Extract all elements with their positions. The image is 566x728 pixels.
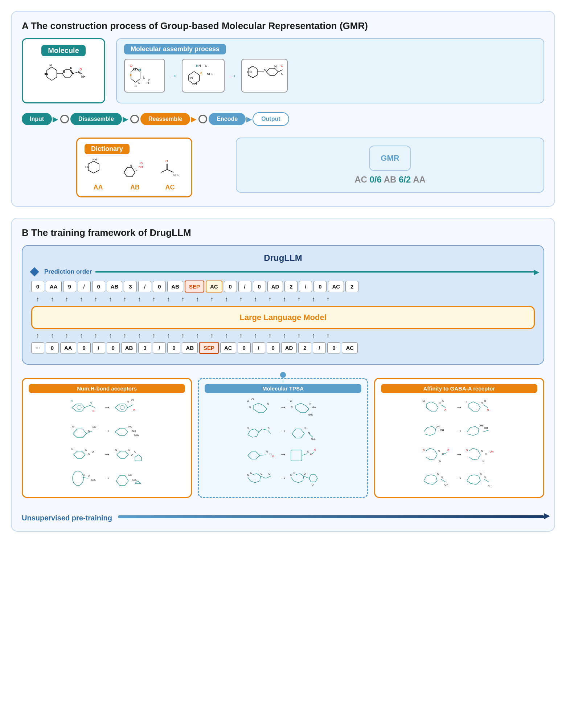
molecule-box: Molecule HN N: [22, 38, 105, 103]
up-arrow-b2: ↑: [46, 332, 59, 340]
svg-text:O: O: [79, 68, 82, 71]
tpsa-mol2a: S N: [246, 421, 277, 441]
token-tab2: AB: [167, 281, 183, 292]
gaba-arrow-2: →: [456, 427, 462, 435]
svg-line-172: [125, 481, 128, 486]
up-arrow-20: ↑: [307, 295, 320, 303]
token-bab2: AB: [182, 342, 198, 353]
pair-arrow-2: →: [104, 427, 110, 435]
svg-line-246: [250, 481, 255, 483]
token-b-dots: ···: [31, 342, 44, 353]
svg-line-14: [62, 74, 65, 78]
up-arrows-top: ↑ ↑ ↑ ↑ ↑ ↑ ↑ ↑ ↑ ↑ ↑ ↑ ↑ ↑ ↑ ↑ ↑ ↑ ↑ ↑: [31, 295, 535, 303]
token-t3: 3: [124, 281, 137, 292]
svg-line-315: [430, 459, 435, 460]
svg-text:N: N: [437, 473, 439, 475]
tpsa-mol1a: Cl Cl N N: [246, 397, 277, 417]
svg-line-302: [471, 426, 475, 428]
up-arrow-b15: ↑: [234, 332, 247, 340]
svg-line-312: [430, 448, 435, 450]
svg-line-114: [115, 408, 120, 411]
svg-text:N: N: [249, 406, 251, 409]
up-arrow-18: ↑: [278, 295, 291, 303]
pretrain-label: Unsupervised pre-training: [22, 514, 112, 522]
mol-pair-4: N O SO₂ →: [29, 468, 185, 488]
svg-line-303: [475, 426, 479, 429]
up-arrow-11: ↑: [176, 295, 189, 303]
svg-line-230: [260, 455, 266, 455]
svg-line-298: [425, 434, 430, 435]
svg-line-141: [82, 451, 85, 455]
svg-text:SO₂: SO₂: [91, 479, 96, 481]
svg-text:Cl: Cl: [247, 400, 249, 402]
connector-dot: [280, 372, 286, 378]
svg-line-285: [478, 408, 480, 411]
svg-text:N: N: [308, 432, 310, 434]
svg-line-27: [131, 79, 136, 82]
svg-text:O: O: [314, 449, 316, 451]
up-arrow-19: ↑: [292, 295, 305, 303]
svg-line-250: [266, 476, 271, 478]
svg-line-62: [266, 68, 270, 72]
svg-line-206: [257, 432, 259, 436]
svg-line-259: [291, 477, 294, 481]
svg-line-109: [115, 404, 120, 408]
svg-text:N: N: [90, 402, 92, 404]
svg-line-104: [85, 405, 90, 408]
svg-line-83: [132, 172, 135, 177]
svg-text:N: N: [71, 448, 73, 450]
assembly-box-title: Molecular assembly process: [124, 44, 226, 54]
svg-text:N: N: [291, 405, 293, 408]
tpsa-arrow-3: →: [280, 451, 286, 458]
svg-line-187: [253, 409, 259, 413]
up-arrow-b21: ↑: [321, 332, 335, 340]
up-arrow-6: ↑: [104, 295, 117, 303]
token-b-slash3: /: [252, 342, 265, 353]
svg-line-313: [435, 450, 437, 455]
up-arrow-21: ↑: [321, 295, 335, 303]
svg-text:O: O: [304, 473, 306, 475]
pair-arrow-1: →: [104, 404, 110, 411]
svg-text:2: 2: [200, 71, 202, 75]
section-a-title: A The construction process of Group-base…: [22, 20, 544, 32]
gmr-box: GMR AC 0/6 AB 6/2 AA: [236, 138, 544, 193]
svg-line-152: [125, 455, 128, 458]
svg-line-249: [261, 476, 266, 478]
svg-line-69: [278, 70, 283, 72]
tpsa-arrow-1: →: [280, 404, 286, 411]
pipeline-arrow-2: ▶: [123, 115, 128, 123]
up-arrow-2: ↑: [46, 295, 59, 303]
hbond-mol4a: N O SO₂: [70, 468, 101, 488]
svg-line-275: [426, 408, 431, 411]
svg-line-125: [73, 434, 77, 438]
up-arrow-1: ↑: [31, 295, 44, 303]
gaba-mol4b: N N OH: [465, 468, 496, 488]
up-arrow-b4: ↑: [75, 332, 88, 340]
svg-line-350: [467, 481, 471, 483]
svg-text:N: N: [480, 473, 482, 475]
svg-text:HO: HO: [128, 425, 132, 428]
svg-line-335: [431, 475, 436, 476]
svg-line-193: [301, 403, 305, 405]
svg-text:N: N: [135, 85, 137, 88]
svg-text:O: O: [88, 475, 90, 478]
svg-text:N: N: [481, 402, 483, 404]
svg-text:NH₂: NH₂: [308, 413, 313, 416]
up-arrow-b10: ↑: [162, 332, 175, 340]
svg-text:N: N: [247, 427, 249, 429]
prediction-label: Prediction order: [44, 268, 92, 275]
bottom-row: Dictionary HN NH: [22, 138, 544, 197]
gradient-arrow-head: ▶: [544, 511, 550, 520]
svg-line-106: [90, 405, 95, 408]
svg-line-118: [128, 405, 133, 408]
token-b3: 3: [138, 342, 151, 353]
svg-line-287: [469, 408, 473, 411]
svg-line-271: [431, 402, 436, 404]
svg-text:N: N: [143, 76, 145, 79]
svg-text:H: H: [270, 453, 271, 455]
svg-line-262: [309, 475, 311, 478]
svg-line-272: [436, 404, 438, 408]
token-b9: 9: [78, 342, 91, 353]
svg-line-4: [52, 77, 57, 80]
pipeline-input: Input: [22, 113, 52, 125]
